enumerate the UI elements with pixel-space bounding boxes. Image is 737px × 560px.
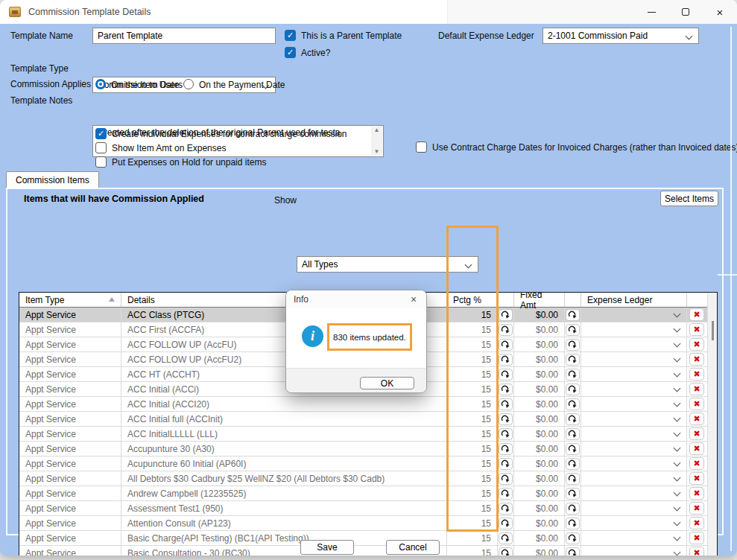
expense-ledger-select[interactable] — [581, 412, 687, 426]
pctg-cell[interactable]: 15 — [447, 367, 498, 381]
fixed-amt-cell[interactable]: $0.00 — [514, 337, 565, 351]
fixed-amt-cell[interactable]: $0.00 — [514, 412, 565, 426]
delete-row-button[interactable]: ✖ — [689, 547, 704, 556]
apply-pctg-to-all-button[interactable] — [499, 428, 513, 440]
table-scrollbar[interactable] — [707, 293, 717, 556]
pctg-cell[interactable]: 15 — [447, 427, 498, 441]
apply-pctg-to-all-button[interactable] — [499, 339, 513, 351]
tab-commission-items[interactable]: Commission Items — [6, 171, 99, 188]
parent-template-checkbox[interactable]: ✓ — [285, 30, 296, 41]
table-row[interactable]: Appt Service Accupunture 30 (A30) 15 $0.… — [19, 442, 717, 456]
expense-ledger-select[interactable] — [581, 308, 687, 322]
pctg-cell[interactable]: 15 — [447, 337, 498, 351]
apply-fixed-to-all-button[interactable] — [566, 503, 580, 515]
fixed-amt-cell[interactable]: $0.00 — [514, 427, 565, 441]
select-items-button[interactable]: Select Items — [660, 191, 718, 206]
notes-scrollbar[interactable]: ▲ ▼ — [371, 127, 382, 156]
apply-fixed-to-all-button[interactable] — [566, 518, 580, 529]
put-expenses-hold-checkbox[interactable] — [95, 156, 107, 168]
use-contract-dates-checkbox[interactable] — [416, 141, 427, 153]
table-row[interactable]: Appt Service Andrew Campbell (12235525) … — [19, 486, 717, 501]
expense-ledger-select[interactable] — [581, 471, 687, 486]
cancel-button[interactable]: Cancel — [386, 540, 440, 555]
dialog-close-button[interactable]: × — [407, 293, 420, 306]
column-header-expense-ledger[interactable]: Expense Ledger — [581, 293, 687, 307]
apply-pctg-to-all-button[interactable] — [499, 518, 513, 529]
expense-ledger-select[interactable] — [581, 397, 687, 411]
delete-row-button[interactable]: ✖ — [689, 472, 704, 485]
delete-row-button[interactable]: ✖ — [689, 532, 704, 544]
pctg-cell[interactable]: 15 — [447, 516, 498, 530]
pctg-cell[interactable]: 15 — [447, 397, 498, 411]
column-header-fixed-amt[interactable]: Fixed Amt — [514, 293, 565, 307]
apply-fixed-to-all-button[interactable] — [566, 339, 580, 351]
apply-pctg-to-all-button[interactable] — [499, 309, 513, 321]
apply-fixed-to-all-button[interactable] — [566, 532, 580, 544]
save-button[interactable]: Save — [300, 540, 354, 555]
table-row[interactable]: Appt Service ACC Initial full (ACCInit) … — [19, 412, 717, 427]
expense-ledger-select[interactable] — [581, 337, 687, 351]
pctg-cell[interactable]: 15 — [447, 352, 498, 366]
active-checkbox[interactable]: ✓ — [285, 47, 296, 58]
pctg-cell[interactable]: 15 — [447, 456, 498, 471]
pctg-cell[interactable]: 15 — [447, 322, 498, 337]
delete-row-button[interactable]: ✖ — [689, 427, 704, 440]
delete-row-button[interactable]: ✖ — [689, 442, 704, 455]
apply-pctg-to-all-button[interactable] — [499, 413, 513, 425]
apply-fixed-to-all-button[interactable] — [566, 473, 580, 485]
show-item-amt-checkbox[interactable] — [95, 142, 107, 153]
table-row[interactable]: Appt Service ACC InitialLLLLL (LLL) 15 $… — [19, 427, 717, 442]
pctg-cell[interactable]: 15 — [447, 382, 498, 396]
fixed-amt-cell[interactable]: $0.00 — [514, 442, 565, 456]
table-row[interactable]: Appt Service Attention Consult (AP123) 1… — [19, 516, 717, 531]
apply-pctg-to-all-button[interactable] — [499, 384, 513, 395]
apply-pctg-to-all-button[interactable] — [499, 354, 513, 366]
fixed-amt-cell[interactable]: $0.00 — [514, 486, 565, 500]
apply-pctg-to-all-button[interactable] — [499, 488, 513, 500]
column-header-item-type[interactable]: Item Type — [19, 293, 121, 307]
column-header-pctg[interactable]: Pctg % — [447, 293, 498, 307]
apply-fixed-to-all-button[interactable] — [566, 443, 580, 455]
fixed-amt-cell[interactable]: $0.00 — [514, 367, 565, 381]
apply-pctg-to-all-button[interactable] — [499, 458, 513, 470]
expense-ledger-select[interactable] — [581, 367, 687, 381]
apply-fixed-to-all-button[interactable] — [566, 369, 580, 381]
apply-fixed-to-all-button[interactable] — [566, 488, 580, 500]
maximize-button[interactable] — [668, 0, 703, 24]
fixed-amt-cell[interactable]: $0.00 — [514, 456, 565, 471]
expense-ledger-select[interactable] — [581, 501, 687, 515]
expense-ledger-select[interactable] — [581, 531, 687, 545]
table-row[interactable]: Appt Service All Debtors $30 Cadbury $25… — [19, 471, 717, 486]
expense-ledger-select[interactable] — [581, 322, 687, 337]
delete-row-button[interactable]: ✖ — [689, 308, 704, 321]
table-row[interactable]: Appt Service Assessment Test1 (950) 15 $… — [19, 501, 717, 516]
apply-fixed-to-all-button[interactable] — [566, 354, 580, 366]
radio-payment-date[interactable] — [183, 79, 194, 89]
default-expense-ledger-select[interactable]: 2-1001 Commission Paid — [543, 28, 699, 44]
expense-ledger-select[interactable] — [581, 456, 687, 471]
table-row[interactable]: Appt Service Basic Consultation - 30 (BC… — [19, 546, 717, 556]
close-button[interactable]: × — [703, 0, 737, 24]
expense-ledger-select[interactable] — [581, 546, 687, 556]
delete-row-button[interactable]: ✖ — [689, 398, 704, 410]
radio-item-date[interactable] — [95, 79, 106, 89]
fixed-amt-cell[interactable]: $0.00 — [514, 546, 565, 556]
apply-fixed-to-all-button[interactable] — [566, 309, 580, 321]
delete-row-button[interactable]: ✖ — [689, 323, 704, 336]
expense-ledger-select[interactable] — [581, 516, 687, 530]
pctg-cell[interactable]: 15 — [447, 442, 498, 456]
apply-fixed-to-all-button[interactable] — [566, 428, 580, 440]
apply-pctg-to-all-button[interactable] — [499, 473, 513, 485]
expense-ledger-select[interactable] — [581, 427, 687, 441]
pctg-cell[interactable]: 15 — [447, 546, 498, 556]
fixed-amt-cell[interactable]: $0.00 — [514, 382, 565, 396]
expense-ledger-select[interactable] — [581, 352, 687, 366]
ok-button[interactable]: OK — [360, 377, 414, 389]
pctg-cell[interactable]: 15 — [447, 486, 498, 500]
scroll-up-icon[interactable]: ▲ — [374, 127, 380, 134]
apply-fixed-to-all-button[interactable] — [566, 413, 580, 425]
expense-ledger-select[interactable] — [581, 442, 687, 456]
pctg-cell[interactable]: 15 — [447, 531, 498, 545]
fixed-amt-cell[interactable]: $0.00 — [514, 352, 565, 366]
pctg-cell[interactable]: 15 — [447, 471, 498, 486]
